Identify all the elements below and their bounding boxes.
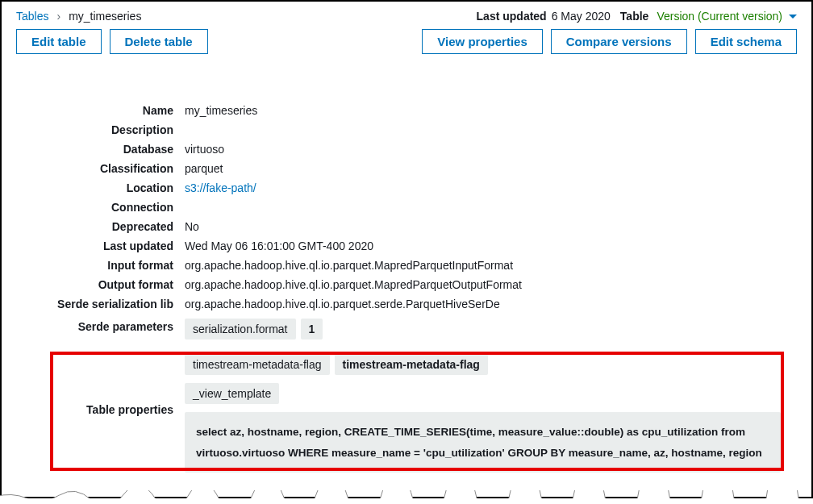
version-dropdown[interactable]: Version (Current version) [657, 10, 797, 23]
classification-value: parquet [185, 160, 781, 175]
view-template-sql: select az, hostname, region, CREATE_TIME… [185, 412, 781, 473]
serde-lib-value: org.apache.hadoop.hive.ql.io.parquet.ser… [185, 296, 781, 310]
location-link[interactable]: s3://fake-path/ [185, 181, 256, 194]
classification-label: Classification [16, 160, 173, 175]
chevron-down-icon [789, 15, 797, 19]
right-actions: View properties Compare versions Edit sc… [422, 29, 797, 54]
flag-row: timestream-metadata-flag timestream-meta… [185, 354, 781, 375]
input-format-value: org.apache.hadoop.hive.ql.io.parquet.Map… [185, 257, 781, 272]
output-format-label: Output format [16, 277, 173, 291]
breadcrumb-root[interactable]: Tables [16, 10, 48, 23]
location-value: s3://fake-path/ [185, 180, 781, 194]
header-meta: Last updated 6 May 2020 Table Version (C… [477, 10, 797, 23]
output-format-value: org.apache.hadoop.hive.ql.io.parquet.Map… [185, 277, 781, 291]
description-value [185, 122, 781, 123]
input-format-label: Input format [16, 257, 173, 272]
delete-table-button[interactable]: Delete table [110, 29, 208, 54]
details-grid: Name my_timeseries Description Database … [16, 102, 797, 473]
last-updated-value: 6 May 2020 [552, 10, 611, 23]
serde-param-value: 1 [301, 319, 323, 339]
connection-value [185, 199, 781, 201]
compare-versions-button[interactable]: Compare versions [551, 29, 687, 54]
table-props-container: timestream-metadata-flag timestream-meta… [185, 354, 781, 473]
serde-params-label: Serde parameters [16, 315, 173, 333]
deprecated-label: Deprecated [16, 219, 173, 233]
description-label: Description [16, 122, 173, 136]
last-updated-row-label: Last updated [16, 238, 173, 252]
table-props-label: Table properties [16, 402, 173, 416]
torn-edge-decoration [0, 490, 813, 498]
serde-param-chip-row: serialization.format 1 [185, 319, 781, 339]
edit-schema-button[interactable]: Edit schema [695, 29, 797, 54]
location-label: Location [16, 180, 173, 194]
top-row: Tables › my_timeseries Last updated 6 Ma… [16, 10, 797, 23]
version-label: Version (Current version) [657, 10, 782, 23]
flag-key: timestream-metadata-flag [185, 354, 330, 375]
database-label: Database [16, 141, 173, 156]
deprecated-value: No [185, 219, 781, 233]
edit-table-button[interactable]: Edit table [16, 29, 102, 54]
view-template-key-row: _view_template [185, 383, 781, 404]
serde-params-value: serialization.format 1 [185, 315, 781, 339]
breadcrumb: Tables › my_timeseries [16, 10, 141, 23]
breadcrumb-current: my_timeseries [69, 10, 141, 23]
left-actions: Edit table Delete table [16, 29, 208, 54]
last-updated-row-value: Wed May 06 16:01:00 GMT-400 2020 [185, 238, 781, 252]
table-props-value: timestream-metadata-flag timestream-meta… [185, 344, 781, 473]
page-container: Tables › my_timeseries Last updated 6 Ma… [0, 0, 813, 498]
connection-label: Connection [16, 199, 173, 214]
last-updated-label: Last updated [477, 10, 547, 23]
breadcrumb-separator-icon: › [56, 10, 60, 23]
view-properties-button[interactable]: View properties [422, 29, 542, 54]
serde-param-key: serialization.format [185, 319, 296, 339]
table-label: Table [620, 10, 649, 23]
view-template-key: _view_template [185, 383, 279, 404]
action-row: Edit table Delete table View properties … [16, 29, 797, 54]
name-label: Name [16, 102, 173, 117]
name-value: my_timeseries [185, 102, 781, 117]
serde-lib-label: Serde serialization lib [16, 296, 173, 310]
flag-value: timestream-metadata-flag [335, 354, 488, 375]
database-value: virtuoso [185, 141, 781, 156]
